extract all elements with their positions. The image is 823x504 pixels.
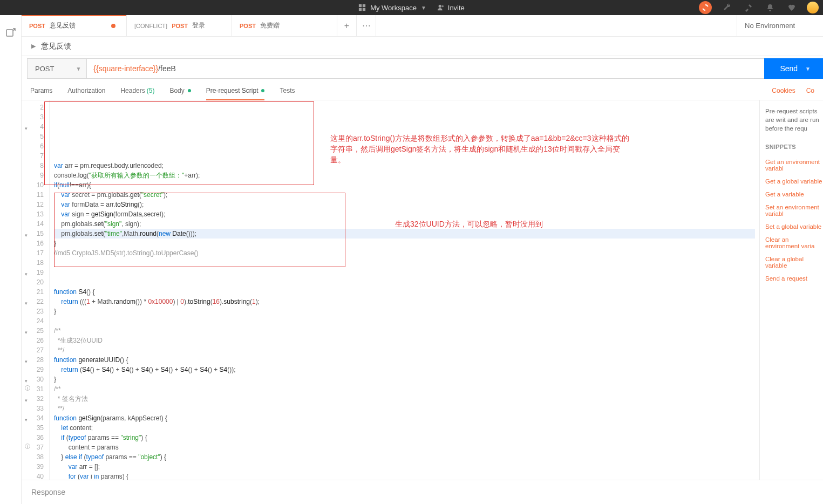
url-path: /feeB [158, 64, 176, 73]
tab-method: POST [172, 23, 188, 29]
workspace-grid-icon [358, 4, 366, 11]
send-button[interactable]: Send ▼ [764, 58, 823, 79]
snippets-description: Pre-request scripts are writ and are run… [765, 107, 823, 133]
chevron-down-icon: ▼ [421, 5, 426, 11]
chevron-down-icon: ▼ [805, 66, 811, 72]
request-subtabs: Params Authorization Headers(5) Body Pre… [22, 81, 823, 100]
snippet-link[interactable]: Get a global variable [765, 175, 823, 188]
tab-label: 意见反馈 [50, 21, 76, 30]
titlebar: My Workspace ▼ Invite [0, 0, 823, 15]
heart-icon[interactable] [785, 1, 798, 14]
prereq-indicator-dot [261, 89, 264, 92]
request-tabs: POST意见反馈[CONFLICT] POST登录POST免费赠 + ⋯ No … [22, 15, 823, 37]
satellite-icon[interactable] [742, 1, 755, 14]
snippet-link[interactable]: Set a global variable [765, 220, 823, 233]
annotation-text-2: 生成32位UUID方法，可以忽略，暂时没用到 [395, 219, 697, 229]
cookies-link[interactable]: Cookies [772, 87, 795, 94]
tab-method: POST [29, 23, 45, 29]
subtab-params[interactable]: Params [30, 81, 52, 100]
svg-rect-0 [359, 4, 362, 7]
invite-person-icon [437, 4, 445, 11]
request-tab[interactable]: [CONFLICT] POST登录 [127, 15, 232, 36]
tab-method: POST [240, 23, 256, 29]
invite-label: Invite [448, 4, 465, 12]
snippets-panel: Pre-request scripts are writ and are run… [759, 100, 823, 480]
code-link[interactable]: Co [806, 87, 814, 94]
workspace-label: My Workspace [370, 4, 417, 12]
workspace-selector[interactable]: My Workspace ▼ [358, 4, 426, 12]
body-indicator-dot [188, 89, 191, 92]
method-label: POST [35, 65, 54, 73]
svg-rect-5 [6, 30, 13, 36]
request-row: POST ▼ {{square-interface}}/feeB Send ▼ [22, 56, 823, 81]
new-tab-icon[interactable] [6, 28, 16, 38]
breadcrumb: ▶ 意见反馈 [22, 37, 823, 56]
breadcrumb-expand-icon[interactable]: ▶ [31, 43, 36, 50]
tab-conflict-prefix: [CONFLICT] [134, 23, 167, 29]
send-label: Send [780, 64, 798, 73]
url-input[interactable]: {{square-interface}}/feeB [86, 58, 764, 79]
editor-code[interactable]: 这里的arr.toString()方法是将数组形式的入参参数，转换成了aa=1&… [50, 100, 759, 480]
environment-selector[interactable]: No Environment [737, 15, 823, 36]
request-tab[interactable]: POST免费赠 [232, 15, 337, 36]
bell-icon[interactable] [764, 1, 777, 14]
tab-label: 登录 [192, 21, 205, 30]
snippet-link[interactable]: Set an environment variabl [765, 201, 823, 220]
method-selector[interactable]: POST ▼ [27, 58, 86, 79]
snippet-link[interactable]: Send a request [765, 272, 823, 285]
subtab-tests[interactable]: Tests [280, 81, 295, 100]
subtab-authorization[interactable]: Authorization [67, 81, 105, 100]
subtab-body[interactable]: Body [169, 81, 191, 100]
subtab-headers[interactable]: Headers(5) [120, 81, 154, 100]
url-variable: {{square-interface}} [93, 64, 158, 73]
response-label: Response [31, 488, 65, 496]
response-section-header[interactable]: Response [22, 480, 823, 504]
titlebar-right [699, 1, 819, 14]
avatar[interactable] [807, 2, 819, 13]
breadcrumb-title: 意见反馈 [41, 42, 71, 51]
snippets-header: SNIPPETS [765, 144, 823, 150]
snippet-link[interactable]: Get a variable [765, 188, 823, 201]
svg-point-4 [438, 5, 441, 8]
wrench-icon[interactable] [720, 1, 733, 14]
svg-rect-1 [363, 4, 365, 7]
tab-menu-button[interactable]: ⋯ [357, 15, 376, 36]
invite-button[interactable]: Invite [437, 4, 465, 12]
snippet-link[interactable]: Clear an environment varia [765, 233, 823, 253]
environment-label: No Environment [745, 22, 795, 30]
snippet-link[interactable]: Clear a global variable [765, 253, 823, 272]
sync-icon[interactable] [699, 1, 712, 14]
snippet-link[interactable]: Get an environment variabl [765, 155, 823, 175]
svg-rect-3 [363, 8, 365, 11]
code-editor[interactable]: 23▾4567891011121314▾15161718▾192021▾2223… [22, 100, 759, 480]
annotation-text-1: 这里的arr.toString()方法是将数组形式的入参参数，转换成了aa=1&… [330, 133, 632, 165]
tab-label: 免费赠 [260, 21, 280, 30]
svg-rect-2 [359, 8, 362, 11]
subtab-prerequest[interactable]: Pre-request Script [206, 81, 265, 100]
add-tab-button[interactable]: + [337, 15, 357, 36]
dirty-indicator-dot [111, 24, 115, 28]
editor-gutter: 23▾4567891011121314▾15161718▾192021▾2223… [22, 100, 50, 480]
request-tab[interactable]: POST意见反馈 [22, 15, 127, 36]
left-rail [0, 15, 22, 504]
chevron-down-icon: ▼ [76, 66, 81, 72]
